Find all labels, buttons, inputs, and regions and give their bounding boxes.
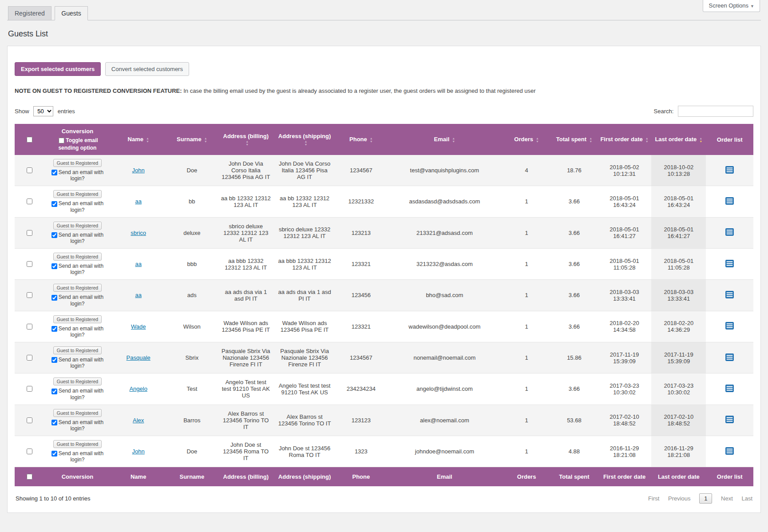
guest-to-registered-button[interactable]: Guest to Registered bbox=[53, 190, 102, 198]
row-checkbox[interactable] bbox=[27, 386, 32, 392]
send-email-option[interactable]: Send an email with login? bbox=[51, 326, 104, 338]
order-list-icon[interactable] bbox=[725, 196, 734, 206]
pagination-page-1[interactable]: 1 bbox=[699, 493, 712, 504]
order-list-icon[interactable] bbox=[725, 259, 734, 268]
send-email-option[interactable]: Send an email with login? bbox=[51, 419, 104, 432]
header-phone[interactable]: Phone▲▼ bbox=[335, 124, 387, 155]
header-last-order-date[interactable]: Last order date▲▼ bbox=[651, 124, 706, 155]
guest-name-link[interactable]: John bbox=[132, 167, 145, 174]
send-email-checkbox[interactable] bbox=[51, 263, 57, 269]
send-email-option[interactable]: Send an email with login? bbox=[51, 357, 104, 369]
send-email-checkbox[interactable] bbox=[51, 357, 57, 363]
guest-to-registered-button[interactable]: Guest to Registered bbox=[53, 377, 102, 385]
send-email-checkbox[interactable] bbox=[51, 201, 57, 207]
send-email-checkbox[interactable] bbox=[51, 326, 57, 332]
guest-to-registered-button[interactable]: Guest to Registered bbox=[53, 409, 102, 417]
row-checkbox[interactable] bbox=[27, 449, 32, 454]
guest-to-registered-button[interactable]: Guest to Registered bbox=[53, 346, 102, 354]
send-email-checkbox[interactable] bbox=[51, 232, 57, 238]
page-length-select[interactable]: 50 bbox=[33, 106, 53, 116]
header-orders[interactable]: Orders▲▼ bbox=[502, 124, 551, 155]
guest-to-registered-button[interactable]: Guest to Registered bbox=[53, 253, 102, 261]
header-email[interactable]: Email▲▼ bbox=[387, 124, 503, 155]
header-name[interactable]: Name▲▼ bbox=[111, 124, 166, 155]
guest-name-link[interactable]: John bbox=[132, 448, 145, 455]
order-list-icon[interactable] bbox=[725, 290, 734, 299]
row-checkbox[interactable] bbox=[27, 167, 32, 173]
guest-name-link[interactable]: aa bbox=[135, 292, 141, 298]
row-checkbox[interactable] bbox=[27, 417, 32, 423]
guest-name-link[interactable]: Angelo bbox=[129, 385, 147, 392]
row-checkbox[interactable] bbox=[27, 355, 32, 361]
send-email-checkbox[interactable] bbox=[51, 451, 57, 457]
row-checkbox[interactable] bbox=[27, 261, 32, 267]
row-checkbox[interactable] bbox=[27, 292, 32, 298]
export-selected-button[interactable]: Export selected customers bbox=[15, 62, 101, 76]
send-email-checkbox[interactable] bbox=[51, 295, 57, 301]
row-checkbox[interactable] bbox=[27, 230, 32, 236]
order-list-icon[interactable] bbox=[725, 446, 734, 456]
guest-to-registered-button[interactable]: Guest to Registered bbox=[53, 284, 102, 292]
pagination-previous[interactable]: Previous bbox=[668, 495, 691, 502]
last-order-date-cell: 2018-02-20 14:36:29 bbox=[651, 311, 706, 342]
search-input[interactable] bbox=[678, 106, 753, 117]
pagination-next[interactable]: Next bbox=[721, 495, 733, 502]
order-list-icon[interactable] bbox=[725, 321, 734, 330]
screen-options-button[interactable]: Screen Options▼ bbox=[703, 0, 760, 12]
send-email-option[interactable]: Send an email with login? bbox=[51, 263, 104, 275]
header-total-spent[interactable]: Total spent▲▼ bbox=[551, 124, 598, 155]
guest-to-registered-button[interactable]: Guest to Registered bbox=[53, 222, 102, 230]
row-checkbox[interactable] bbox=[27, 199, 32, 204]
select-all-header-cell bbox=[15, 124, 44, 155]
send-email-checkbox[interactable] bbox=[51, 389, 57, 394]
total-spent-cell: 4.88 bbox=[551, 436, 598, 467]
row-checkbox[interactable] bbox=[27, 324, 32, 330]
toggle-email-checkbox[interactable] bbox=[59, 138, 64, 143]
toolbar: Export selected customers Convert select… bbox=[15, 62, 753, 76]
shipping-address-cell: aa bb 12332 12312 123 AL IT bbox=[274, 186, 335, 217]
surname-cell: Wilson bbox=[166, 311, 218, 342]
send-email-checkbox[interactable] bbox=[51, 170, 57, 175]
send-email-option[interactable]: Send an email with login? bbox=[51, 200, 104, 213]
guest-name-link[interactable]: Pasquale bbox=[127, 354, 150, 361]
guest-name-link[interactable]: Alex bbox=[133, 417, 144, 424]
order-list-icon[interactable] bbox=[725, 384, 734, 393]
header-address-shipping[interactable]: Address (shipping)▲▼ bbox=[274, 124, 335, 155]
pagination-first[interactable]: First bbox=[648, 495, 659, 502]
footer-select-all-checkbox[interactable] bbox=[27, 474, 32, 480]
shipping-address-cell: aa ads dsa via 1 asd PI IT bbox=[274, 280, 335, 311]
sort-icons: ▲▼ bbox=[204, 137, 207, 143]
send-email-option[interactable]: Send an email with login? bbox=[51, 169, 104, 182]
footer-conversion: Conversion bbox=[44, 467, 111, 487]
order-list-icon[interactable] bbox=[725, 415, 734, 424]
footer-phone: Phone bbox=[335, 467, 387, 487]
phone-cell: 123321 bbox=[335, 248, 387, 279]
convert-selected-button[interactable]: Convert selected customers bbox=[105, 62, 189, 76]
guest-name-link[interactable]: sbrico bbox=[131, 230, 146, 236]
pagination-last[interactable]: Last bbox=[741, 495, 752, 502]
select-all-checkbox[interactable] bbox=[27, 137, 32, 143]
order-list-icon[interactable] bbox=[725, 353, 734, 362]
guest-to-registered-button[interactable]: Guest to Registered bbox=[53, 315, 102, 323]
header-first-order-date[interactable]: First order date▲▼ bbox=[598, 124, 651, 155]
toggle-email-option[interactable]: Toggle email sending option bbox=[47, 136, 108, 151]
order-list-icon[interactable] bbox=[725, 227, 734, 237]
conversion-cell: Guest to Registered Send an email with l… bbox=[44, 311, 111, 342]
guest-name-link[interactable]: aa bbox=[135, 261, 141, 267]
header-surname[interactable]: Surname▲▼ bbox=[166, 124, 218, 155]
tab-guests[interactable]: Guests bbox=[55, 6, 87, 20]
send-email-option[interactable]: Send an email with login? bbox=[51, 388, 104, 400]
order-list-icon[interactable] bbox=[725, 165, 734, 175]
guest-name-link[interactable]: Wade bbox=[131, 323, 146, 330]
header-address-billing[interactable]: Address (billing)▲▼ bbox=[218, 124, 274, 155]
send-email-checkbox[interactable] bbox=[51, 420, 57, 425]
send-email-option[interactable]: Send an email with login? bbox=[51, 294, 104, 306]
send-email-label: Send an email with login? bbox=[59, 294, 103, 306]
guest-to-registered-button[interactable]: Guest to Registered bbox=[53, 159, 102, 167]
guest-to-registered-button[interactable]: Guest to Registered bbox=[53, 440, 102, 448]
tab-registered[interactable]: Registered bbox=[8, 6, 51, 20]
guest-name-link[interactable]: aa bbox=[135, 198, 141, 205]
first-order-date-cell: 2018-05-01 16:43:24 bbox=[598, 186, 651, 217]
send-email-option[interactable]: Send an email with login? bbox=[51, 450, 104, 463]
send-email-option[interactable]: Send an email with login? bbox=[51, 232, 104, 244]
